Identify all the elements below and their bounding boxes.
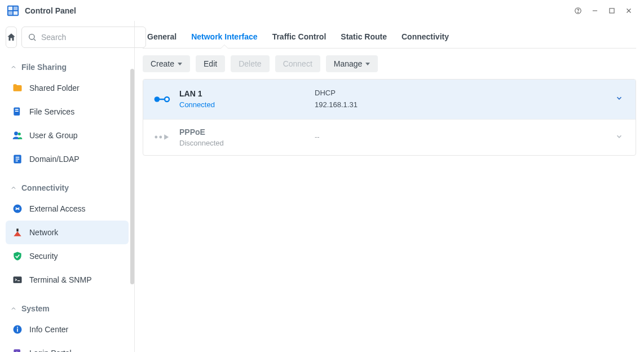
svg-point-32 bbox=[155, 136, 157, 139]
network-icon bbox=[11, 226, 24, 239]
group-connectivity[interactable]: Connectivity bbox=[6, 179, 129, 197]
sidebar-item-label: User & Group bbox=[29, 131, 123, 140]
interface-status: Connected bbox=[179, 100, 315, 109]
caret-down-icon bbox=[365, 63, 370, 65]
interface-mode: DHCP bbox=[315, 87, 615, 99]
group-file-sharing[interactable]: File Sharing bbox=[6, 58, 129, 76]
close-button[interactable] bbox=[620, 2, 637, 19]
svg-point-17 bbox=[18, 133, 21, 135]
sidebar-item-info-center[interactable]: Info Center bbox=[6, 318, 129, 341]
sidebar-scrollbar[interactable] bbox=[130, 69, 134, 284]
button-label: Delete bbox=[239, 59, 261, 68]
login-portal-icon bbox=[11, 347, 24, 352]
users-icon bbox=[11, 129, 24, 142]
search-input[interactable] bbox=[41, 33, 140, 42]
globe-link-icon bbox=[11, 203, 24, 215]
chevron-up-icon bbox=[10, 184, 17, 191]
sidebar-item-label: Network bbox=[29, 228, 123, 237]
sidebar-item-security[interactable]: Security bbox=[6, 244, 129, 268]
search-icon bbox=[28, 33, 37, 42]
sidebar-item-terminal-snmp[interactable]: Terminal & SNMP bbox=[6, 268, 129, 292]
sidebar-item-file-services[interactable]: File Services bbox=[6, 100, 129, 124]
sidebar-item-label: Login Portal bbox=[29, 349, 123, 352]
group-label: Connectivity bbox=[21, 183, 69, 192]
titlebar: Control Panel bbox=[0, 0, 644, 21]
shield-icon bbox=[11, 250, 24, 262]
terminal-icon bbox=[11, 274, 24, 286]
connect-button: Connect bbox=[275, 55, 320, 72]
svg-point-31 bbox=[165, 97, 169, 102]
svg-point-33 bbox=[159, 136, 162, 139]
expand-chevron[interactable] bbox=[615, 94, 627, 104]
sidebar-item-shared-folder[interactable]: Shared Folder bbox=[6, 76, 129, 100]
svg-rect-15 bbox=[15, 111, 19, 112]
main-panel: General Network Interface Traffic Contro… bbox=[135, 21, 644, 352]
folder-icon bbox=[11, 82, 24, 94]
svg-rect-20 bbox=[16, 159, 20, 160]
minimize-button[interactable] bbox=[586, 2, 603, 19]
tab-traffic-control[interactable]: Traffic Control bbox=[272, 27, 327, 48]
chevron-up-icon bbox=[10, 64, 17, 71]
svg-rect-21 bbox=[16, 161, 18, 162]
tab-network-interface[interactable]: Network Interface bbox=[191, 27, 257, 48]
manage-button[interactable]: Manage bbox=[326, 55, 378, 72]
domain-icon bbox=[11, 153, 24, 165]
toolbar: Create Edit Delete Connect Manage bbox=[143, 49, 636, 79]
home-button[interactable] bbox=[6, 27, 17, 48]
sidebar-item-label: Shared Folder bbox=[29, 83, 123, 93]
sidebar-item-label: External Access bbox=[29, 204, 123, 213]
delete-button: Delete bbox=[231, 55, 269, 72]
button-label: Edit bbox=[204, 59, 217, 68]
button-label: Connect bbox=[283, 59, 312, 68]
sidebar-item-label: Info Center bbox=[29, 325, 123, 334]
group-label: System bbox=[21, 304, 50, 313]
info-icon bbox=[11, 323, 24, 336]
svg-rect-2 bbox=[14, 6, 17, 10]
svg-rect-8 bbox=[610, 8, 614, 12]
tab-general[interactable]: General bbox=[147, 27, 177, 48]
svg-rect-23 bbox=[16, 228, 18, 231]
button-label: Create bbox=[151, 59, 174, 68]
sidebar-item-label: Security bbox=[29, 252, 123, 261]
svg-rect-1 bbox=[8, 6, 12, 10]
expand-chevron[interactable] bbox=[615, 133, 627, 142]
file-services-icon bbox=[11, 105, 24, 118]
interface-ip: 192.168.1.31 bbox=[315, 99, 615, 111]
tabs: General Network Interface Traffic Contro… bbox=[143, 27, 636, 49]
caret-down-icon bbox=[178, 63, 182, 65]
sidebar-item-external-access[interactable]: External Access bbox=[6, 197, 129, 221]
search-field[interactable] bbox=[21, 27, 146, 48]
sidebar-item-domain-ldap[interactable]: Domain/LDAP bbox=[6, 147, 129, 171]
interface-name: PPPoE bbox=[179, 127, 315, 137]
tab-connectivity[interactable]: Connectivity bbox=[402, 27, 449, 48]
svg-point-6 bbox=[578, 12, 579, 12]
svg-rect-19 bbox=[16, 157, 20, 158]
ethernet-connected-icon bbox=[152, 94, 173, 105]
chevron-up-icon bbox=[10, 305, 17, 312]
svg-rect-26 bbox=[17, 328, 18, 332]
interface-row-pppoe[interactable]: PPPoE Disconnected -- bbox=[143, 120, 636, 155]
help-button[interactable] bbox=[570, 2, 586, 19]
app-icon bbox=[7, 5, 19, 17]
svg-rect-24 bbox=[14, 276, 22, 283]
sidebar-item-label: Terminal & SNMP bbox=[29, 275, 123, 284]
sidebar-item-user-group[interactable]: User & Group bbox=[6, 124, 129, 147]
svg-rect-14 bbox=[15, 109, 19, 110]
group-system[interactable]: System bbox=[6, 300, 129, 318]
svg-point-11 bbox=[29, 34, 34, 39]
svg-rect-3 bbox=[8, 11, 12, 14]
sidebar-item-label: Domain/LDAP bbox=[29, 155, 123, 164]
svg-line-12 bbox=[34, 39, 36, 41]
window-title: Control Panel bbox=[25, 6, 76, 15]
edit-button[interactable]: Edit bbox=[196, 55, 225, 72]
chevron-down-icon bbox=[615, 94, 623, 102]
maximize-button[interactable] bbox=[603, 2, 620, 19]
sidebar-item-network[interactable]: Network bbox=[6, 221, 129, 244]
tab-static-route[interactable]: Static Route bbox=[341, 27, 387, 48]
svg-rect-4 bbox=[14, 11, 17, 14]
sidebar-item-login-portal[interactable]: Login Portal bbox=[6, 341, 129, 352]
interface-row-lan1[interactable]: LAN 1 Connected DHCP 192.168.1.31 bbox=[143, 80, 636, 120]
sidebar: File Sharing Shared Folder File Services… bbox=[0, 21, 135, 352]
create-button[interactable]: Create bbox=[143, 55, 190, 72]
interface-name: LAN 1 bbox=[179, 89, 315, 98]
